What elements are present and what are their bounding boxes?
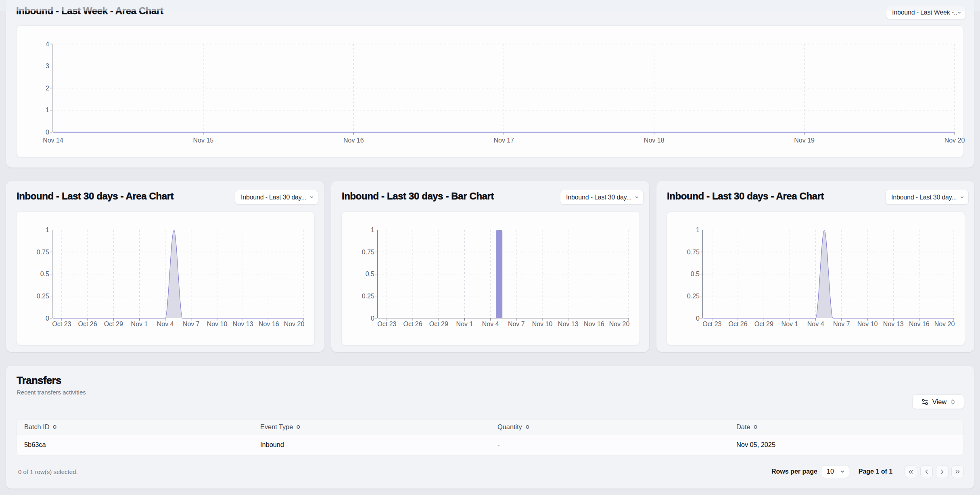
svg-text:Nov 18: Nov 18: [644, 137, 664, 144]
svg-text:Nov 15: Nov 15: [193, 137, 214, 144]
svg-text:0: 0: [46, 129, 49, 136]
svg-text:Nov 16: Nov 16: [909, 321, 930, 327]
svg-text:Nov 1: Nov 1: [781, 321, 798, 327]
svg-text:Nov 4: Nov 4: [807, 321, 824, 327]
svg-text:Nov 4: Nov 4: [157, 321, 174, 327]
svg-text:1: 1: [46, 227, 49, 233]
svg-text:Oct 29: Oct 29: [429, 321, 448, 327]
svg-text:Nov 13: Nov 13: [233, 321, 253, 327]
svg-text:Nov 1: Nov 1: [131, 321, 148, 327]
svg-text:Oct 26: Oct 26: [729, 321, 748, 327]
svg-text:0.5: 0.5: [366, 271, 374, 277]
svg-text:0: 0: [46, 315, 49, 322]
svg-text:Nov 16: Nov 16: [259, 321, 279, 327]
svg-text:1: 1: [46, 107, 49, 113]
svg-text:1: 1: [696, 227, 700, 233]
svg-text:0.75: 0.75: [687, 249, 700, 256]
svg-text:0.25: 0.25: [37, 293, 49, 300]
svg-text:Nov 7: Nov 7: [833, 321, 850, 327]
svg-text:Nov 16: Nov 16: [584, 321, 604, 327]
svg-text:2: 2: [46, 85, 49, 92]
svg-text:Nov 7: Nov 7: [508, 321, 525, 327]
svg-text:Oct 26: Oct 26: [78, 321, 97, 327]
svg-text:Nov 10: Nov 10: [532, 321, 553, 327]
svg-text:Nov 13: Nov 13: [883, 321, 904, 327]
svg-text:Nov 17: Nov 17: [493, 137, 514, 144]
svg-text:0: 0: [371, 315, 374, 322]
svg-text:Nov 1: Nov 1: [456, 321, 473, 327]
svg-text:4: 4: [46, 41, 49, 48]
svg-text:0: 0: [696, 315, 700, 322]
svg-text:Oct 26: Oct 26: [403, 321, 422, 327]
svg-text:Oct 23: Oct 23: [52, 321, 71, 327]
svg-text:Oct 23: Oct 23: [702, 321, 721, 327]
svg-text:Nov 4: Nov 4: [482, 321, 499, 327]
svg-text:Nov 19: Nov 19: [794, 137, 815, 144]
svg-text:Nov 7: Nov 7: [183, 321, 200, 327]
svg-text:1: 1: [371, 227, 374, 233]
svg-text:Oct 29: Oct 29: [104, 321, 123, 327]
svg-text:Nov 10: Nov 10: [857, 321, 878, 327]
svg-text:0.25: 0.25: [687, 293, 700, 300]
svg-text:Nov 10: Nov 10: [207, 321, 228, 327]
svg-text:Oct 29: Oct 29: [754, 321, 773, 327]
svg-text:Nov 13: Nov 13: [558, 321, 579, 327]
svg-text:3: 3: [46, 63, 49, 69]
svg-text:Nov 16: Nov 16: [343, 137, 364, 144]
svg-text:0.25: 0.25: [362, 293, 374, 300]
svg-text:0.5: 0.5: [40, 271, 49, 277]
svg-text:Nov 14: Nov 14: [43, 137, 63, 144]
svg-text:Nov 20: Nov 20: [944, 137, 965, 144]
svg-text:Oct 23: Oct 23: [377, 321, 396, 327]
svg-text:0.75: 0.75: [37, 249, 49, 256]
svg-text:Nov 20: Nov 20: [609, 321, 630, 327]
svg-text:Nov 20: Nov 20: [284, 321, 305, 327]
svg-text:0.75: 0.75: [362, 249, 374, 256]
svg-text:Nov 20: Nov 20: [934, 321, 955, 327]
svg-text:0.5: 0.5: [691, 271, 700, 277]
